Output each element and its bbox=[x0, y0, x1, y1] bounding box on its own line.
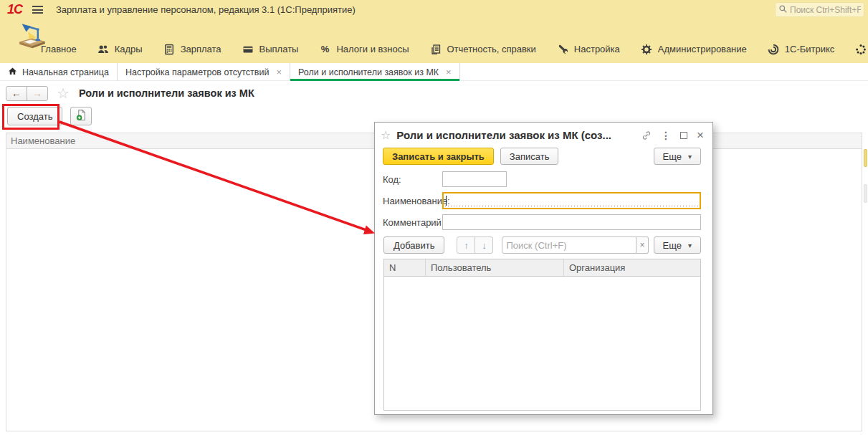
create-button[interactable]: Создать bbox=[7, 107, 62, 125]
ribbon-item-label: Кадры bbox=[115, 44, 143, 54]
users-table-body bbox=[384, 277, 700, 410]
window-titlebar: 1С Зарплата и управление персоналом, ред… bbox=[0, 0, 868, 19]
vertical-scrollbar-thumb[interactable] bbox=[864, 149, 867, 167]
move-down-button[interactable]: ↓ bbox=[474, 236, 493, 254]
dialog-button-row: Записать и закрыть Записать Еще ▾ bbox=[383, 148, 701, 165]
ribbon-item-отчетность-справки[interactable]: Отчетность, справки bbox=[430, 44, 536, 55]
users-table-toolbar: Добавить ↑ ↓ × Еще ▾ bbox=[383, 236, 701, 254]
comment-input[interactable] bbox=[442, 214, 701, 230]
name-input[interactable] bbox=[442, 192, 701, 209]
ribbon-item-кадры[interactable]: Кадры bbox=[97, 44, 143, 55]
get-link-icon[interactable] bbox=[642, 130, 652, 140]
vertical-scrollbar-thumb-secondary[interactable] bbox=[864, 184, 867, 203]
list-toolbar: Создать bbox=[7, 107, 92, 125]
create-by-copy-button[interactable] bbox=[70, 107, 92, 125]
maximize-icon[interactable] bbox=[680, 132, 687, 139]
users-table-column-0[interactable]: N bbox=[384, 259, 426, 276]
dialog-titlebar: ☆ Роли и исполнители заявок из МК (соз..… bbox=[375, 123, 712, 145]
table-more-label: Еще bbox=[663, 240, 682, 251]
dialog-favorite-star-icon[interactable]: ☆ bbox=[381, 128, 391, 142]
dialog-close-icon[interactable]: × bbox=[697, 128, 704, 143]
ribbon-item-label: Администрирование bbox=[658, 44, 747, 54]
users-table-column-1[interactable]: Пользователь bbox=[426, 259, 564, 276]
move-up-button[interactable]: ↑ bbox=[457, 236, 475, 254]
users-table: NПользовательОрганизация bbox=[383, 259, 701, 411]
search-icon bbox=[778, 4, 788, 16]
tab-close-icon[interactable]: × bbox=[276, 67, 282, 77]
reports-icon bbox=[430, 44, 442, 55]
percent-icon: % bbox=[319, 44, 330, 55]
users-table-header: NПользовательОрганизация bbox=[384, 259, 700, 277]
window-title: Зарплата и управление персоналом, редакц… bbox=[56, 4, 356, 15]
ribbon-item-label: Зарплата bbox=[181, 44, 221, 54]
table-more-button[interactable]: Еще ▾ bbox=[654, 236, 701, 254]
people-icon bbox=[97, 44, 109, 55]
ribbon-item-главное[interactable]: Главное bbox=[41, 44, 77, 54]
ribbon-item-label: Выплаты bbox=[259, 44, 299, 54]
ribbon-item-налоги-и-взносы[interactable]: %Налоги и взносы bbox=[319, 44, 409, 55]
favorite-star-icon[interactable]: ☆ bbox=[57, 85, 70, 102]
copy-document-icon bbox=[75, 109, 87, 123]
ribbon-item-1с-битрикс[interactable]: 1С-Битрикс bbox=[768, 44, 835, 55]
global-search-box[interactable] bbox=[775, 2, 864, 17]
calculator-icon bbox=[163, 44, 175, 55]
table-search-input[interactable] bbox=[502, 236, 636, 254]
tab-close-icon[interactable]: × bbox=[446, 67, 452, 77]
ribbon-item-моякоманда[interactable]: МояКоманда bbox=[855, 44, 868, 55]
gear-icon bbox=[641, 44, 652, 55]
tab-label: Настройка параметров отсутствий bbox=[125, 67, 269, 77]
name-label: Наименование: bbox=[383, 196, 442, 206]
dialog-more-menu-icon[interactable]: ⋮ bbox=[661, 130, 671, 141]
ribbon-item-администрирование[interactable]: Администрирование bbox=[641, 44, 747, 55]
ribbon-item-настройка[interactable]: Настройка bbox=[557, 44, 620, 55]
global-search-input[interactable] bbox=[790, 5, 861, 15]
ribbon-item-label: 1С-Битрикс bbox=[785, 44, 835, 54]
users-table-column-2[interactable]: Организация bbox=[564, 259, 700, 276]
text-cursor bbox=[446, 196, 447, 206]
payments-card-icon bbox=[242, 44, 254, 55]
ribbon-item-label: Отчетность, справки bbox=[447, 44, 536, 54]
tab-label: Роли и исполнители заявок из МК bbox=[298, 67, 439, 77]
tab-label: Начальная страница bbox=[22, 67, 109, 77]
wrench-icon bbox=[557, 44, 568, 55]
add-row-button[interactable]: Добавить bbox=[383, 236, 444, 254]
more-button-label: Еще bbox=[663, 151, 682, 162]
role-create-dialog: ☆ Роли и исполнители заявок из МК (соз..… bbox=[374, 122, 713, 415]
code-field-row: Код: bbox=[383, 171, 701, 187]
code-input[interactable] bbox=[442, 171, 507, 187]
1c-logo: 1С bbox=[7, 2, 22, 17]
ribbon-item-label: Главное bbox=[41, 44, 77, 54]
required-field-underline bbox=[445, 206, 698, 206]
name-field-row: Наименование: bbox=[383, 192, 701, 209]
ribbon-item-label: Настройка bbox=[574, 44, 620, 54]
comment-field-row: Комментарий: bbox=[383, 214, 701, 230]
back-button[interactable]: ← bbox=[6, 86, 27, 101]
navigation-row: ← → ☆ Роли и исполнители заявок из МК bbox=[6, 85, 254, 102]
tab-active[interactable]: Роли и исполнители заявок из МК× bbox=[290, 63, 460, 81]
tab-item[interactable]: Начальная страница bbox=[0, 63, 118, 81]
forward-button[interactable]: → bbox=[27, 86, 48, 101]
tab-item[interactable]: Настройка параметров отсутствий× bbox=[118, 63, 290, 81]
ribbon-item-выплаты[interactable]: Выплаты bbox=[242, 44, 299, 55]
comment-label: Комментарий: bbox=[383, 217, 442, 228]
page-title: Роли и исполнители заявок из МК bbox=[79, 87, 254, 99]
save-button[interactable]: Записать bbox=[500, 148, 559, 165]
dialog-more-button[interactable]: Еще ▾ bbox=[654, 148, 701, 165]
ribbon-item-label: Налоги и взносы bbox=[336, 44, 409, 54]
caret-down-icon: ▾ bbox=[688, 242, 692, 249]
dialog-title: Роли и исполнители заявок из МК (соз... bbox=[396, 129, 632, 141]
open-windows-tabbar: Начальная страницаНастройка параметров о… bbox=[0, 63, 868, 81]
bitrix-icon bbox=[768, 44, 779, 55]
ribbon-sections: ГлавноеКадрыЗарплатаВыплаты%Налоги и взн… bbox=[41, 19, 862, 63]
home-icon bbox=[8, 67, 17, 78]
main-ribbon: ГлавноеКадрыЗарплатаВыплаты%Налоги и взн… bbox=[0, 19, 868, 63]
team-icon bbox=[855, 44, 867, 55]
ribbon-item-зарплата[interactable]: Зарплата bbox=[163, 44, 221, 55]
main-menu-hamburger-icon[interactable] bbox=[32, 6, 43, 14]
save-and-close-button[interactable]: Записать и закрыть bbox=[383, 148, 494, 165]
clear-search-icon[interactable]: × bbox=[636, 236, 648, 254]
caret-down-icon: ▾ bbox=[688, 153, 692, 161]
code-label: Код: bbox=[383, 174, 442, 185]
